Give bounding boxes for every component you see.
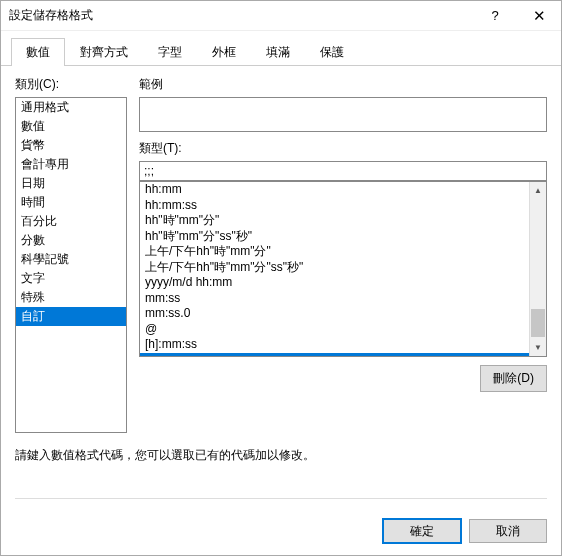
category-list[interactable]: 通用格式數值貨幣會計專用日期時間百分比分數科學記號文字特殊自訂: [15, 97, 127, 433]
ok-button[interactable]: 確定: [383, 519, 461, 543]
tab-2[interactable]: 字型: [143, 38, 197, 66]
category-item[interactable]: 數值: [16, 117, 126, 136]
cancel-button[interactable]: 取消: [469, 519, 547, 543]
category-item[interactable]: 日期: [16, 174, 126, 193]
titlebar: 設定儲存格格式 ? ✕: [1, 1, 561, 31]
tab-strip: 數值對齊方式字型外框填滿保護: [1, 31, 561, 66]
footer: 確定 取消: [1, 509, 561, 555]
category-label: 類別(C):: [15, 76, 127, 93]
category-item[interactable]: 通用格式: [16, 98, 126, 117]
scroll-down-icon[interactable]: ▼: [530, 339, 546, 356]
help-button[interactable]: ?: [473, 1, 517, 31]
format-item[interactable]: 上午/下午hh"時"mm"分"ss"秒": [140, 260, 529, 276]
format-item[interactable]: @: [140, 322, 529, 338]
preview-label: 範例: [139, 76, 547, 93]
window-title: 設定儲存格格式: [9, 7, 473, 24]
format-item[interactable]: yyyy/m/d hh:mm: [140, 275, 529, 291]
hint-text: 請鍵入數值格式代碼，您可以選取已有的代碼加以修改。: [15, 447, 547, 464]
scroll-thumb[interactable]: [531, 309, 545, 337]
tab-3[interactable]: 外框: [197, 38, 251, 66]
format-list-container: hh:mmhh:mm:sshh"時"mm"分"hh"時"mm"分"ss"秒"上午…: [139, 181, 547, 357]
preview-box: [139, 97, 547, 132]
format-item[interactable]: hh:mm: [140, 182, 529, 198]
close-button[interactable]: ✕: [517, 1, 561, 31]
category-item[interactable]: 自訂: [16, 307, 126, 326]
type-label: 類型(T):: [139, 140, 547, 157]
format-item[interactable]: ;;;: [140, 353, 529, 357]
dialog-window: 設定儲存格格式 ? ✕ 數值對齊方式字型外框填滿保護 類別(C): 通用格式數值…: [0, 0, 562, 556]
format-item[interactable]: mm:ss.0: [140, 306, 529, 322]
format-item[interactable]: hh"時"mm"分": [140, 213, 529, 229]
format-item[interactable]: mm:ss: [140, 291, 529, 307]
content-area: 類別(C): 通用格式數值貨幣會計專用日期時間百分比分數科學記號文字特殊自訂 範…: [1, 66, 561, 509]
type-input[interactable]: [139, 161, 547, 181]
category-item[interactable]: 特殊: [16, 288, 126, 307]
tab-4[interactable]: 填滿: [251, 38, 305, 66]
format-item[interactable]: hh:mm:ss: [140, 198, 529, 214]
format-item[interactable]: 上午/下午hh"時"mm"分": [140, 244, 529, 260]
tab-5[interactable]: 保護: [305, 38, 359, 66]
category-item[interactable]: 科學記號: [16, 250, 126, 269]
scroll-track[interactable]: [530, 199, 546, 339]
format-list[interactable]: hh:mmhh:mm:sshh"時"mm"分"hh"時"mm"分"ss"秒"上午…: [140, 182, 529, 356]
category-item[interactable]: 分數: [16, 231, 126, 250]
format-item[interactable]: hh"時"mm"分"ss"秒": [140, 229, 529, 245]
category-item[interactable]: 時間: [16, 193, 126, 212]
category-item[interactable]: 百分比: [16, 212, 126, 231]
delete-button[interactable]: 刪除(D): [480, 365, 547, 392]
tab-1[interactable]: 對齊方式: [65, 38, 143, 66]
tab-0[interactable]: 數值: [11, 38, 65, 66]
scrollbar[interactable]: ▲ ▼: [529, 182, 546, 356]
category-item[interactable]: 會計專用: [16, 155, 126, 174]
format-item[interactable]: [h]:mm:ss: [140, 337, 529, 353]
category-item[interactable]: 貨幣: [16, 136, 126, 155]
category-item[interactable]: 文字: [16, 269, 126, 288]
scroll-up-icon[interactable]: ▲: [530, 182, 546, 199]
